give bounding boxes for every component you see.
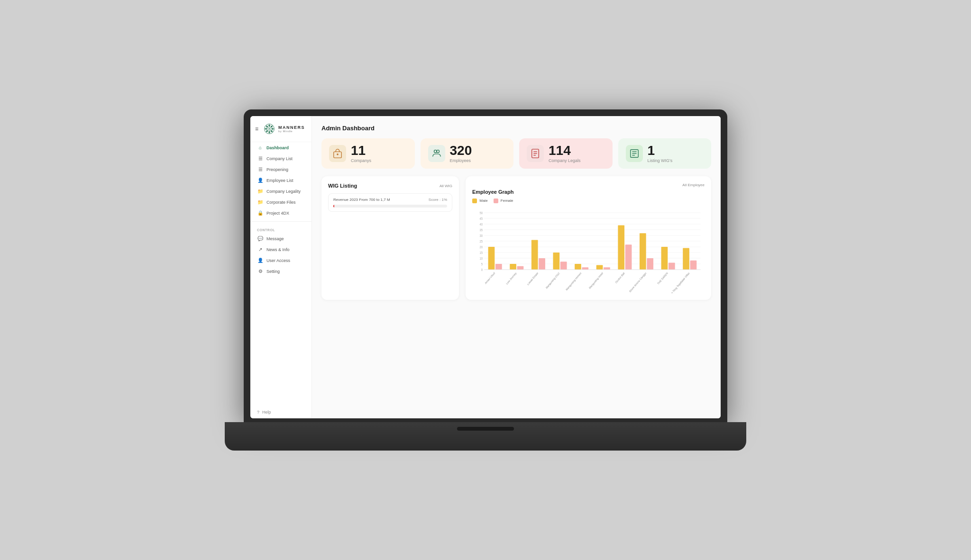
wig-progress-fill: [333, 205, 334, 208]
corporate-files-icon: 📁: [257, 199, 264, 205]
svg-rect-47: [495, 264, 502, 270]
company-legality-label: Company Legality: [266, 189, 301, 194]
svg-rect-59: [582, 267, 588, 270]
svg-text:Amavi Ubud: Amavi Ubud: [484, 271, 495, 285]
hamburger-icon[interactable]: ≡: [255, 126, 258, 132]
sidebar-item-company-legality[interactable]: 📁Company Legality: [250, 186, 311, 197]
svg-rect-58: [575, 264, 581, 270]
svg-rect-55: [553, 253, 559, 270]
svg-rect-61: [596, 265, 603, 270]
corporate-files-label: Corporate Files: [266, 200, 296, 205]
svg-rect-52: [531, 240, 538, 270]
svg-text:Lowak Estate: Lowak Estate: [527, 271, 539, 286]
sidebar-item-employee-list[interactable]: 👤Employee List: [250, 175, 311, 186]
svg-rect-64: [618, 225, 624, 270]
svg-point-15: [437, 150, 440, 153]
project-4dx-label: Project 4DX: [266, 211, 289, 216]
sidebar-item-preopening[interactable]: ☰Preopening: [250, 164, 311, 175]
news-info-label: News & Info: [266, 247, 290, 252]
sidebar-item-company-list[interactable]: ☰Company List: [250, 153, 311, 164]
stat-card-legals: 114 Company Legals: [519, 138, 613, 169]
stat-card-listings: 1 Listing WIG's: [618, 138, 712, 169]
bottom-row: WIG Listing All WIG Revenue 2023 From 70…: [321, 176, 711, 300]
sidebar-item-message[interactable]: 💬Message: [250, 233, 311, 244]
svg-point-10: [265, 128, 267, 130]
brand-logo-icon: [263, 123, 275, 135]
svg-rect-50: [517, 266, 524, 270]
svg-text:30: 30: [479, 234, 483, 238]
message-label: Message: [266, 236, 284, 241]
sidebar-item-dashboard[interactable]: ⌂Dashboard: [250, 142, 311, 153]
listings-stat-info: 1 Listing WIG's: [648, 144, 673, 163]
female-legend-label: Female: [501, 199, 513, 203]
all-employee-link[interactable]: All Employee: [472, 183, 705, 187]
svg-text:15: 15: [479, 251, 483, 255]
setting-label: Setting: [266, 269, 280, 274]
stat-card-companies: 11 Companys: [321, 138, 415, 169]
sidebar-item-setting[interactable]: ⚙Setting: [250, 266, 311, 277]
svg-text:Low Journey: Low Journey: [505, 271, 517, 285]
svg-text:Shore Amora Canggu: Shore Amora Canggu: [629, 271, 647, 293]
dashboard-icon: ⌂: [257, 145, 264, 150]
legals-stat-info: 114 Company Legals: [549, 144, 581, 163]
companies-stat-value: 11: [351, 144, 371, 157]
laptop-base: [225, 422, 746, 451]
user-access-icon: 👤: [257, 258, 264, 263]
legals-stat-label: Company Legals: [549, 158, 581, 163]
male-legend-label: Male: [479, 199, 487, 203]
wig-card-title: WIG Listing: [328, 183, 357, 189]
help-item[interactable]: ? Help: [250, 406, 311, 418]
company-legality-icon: 📁: [257, 189, 264, 194]
sidebar-item-user-access[interactable]: 👤User Access: [250, 255, 311, 266]
wig-progress-bar: [333, 205, 447, 208]
listings-stat-label: Listing WIG's: [648, 158, 673, 163]
employee-list-label: Employee List: [266, 178, 293, 183]
svg-rect-53: [539, 258, 545, 270]
employees-stat-info: 320 Employees: [450, 144, 472, 163]
preopening-label: Preopening: [266, 167, 288, 172]
svg-point-5: [270, 125, 273, 128]
control-section-label: Control: [250, 225, 311, 233]
company-list-icon: ☰: [257, 156, 264, 161]
listings-stat-icon: [626, 145, 643, 162]
svg-text:Mangunting OGC: Mangunting OGC: [545, 271, 560, 289]
stats-row: 11 Companys 320 Employees 114 Company Le…: [321, 138, 711, 169]
legals-stat-icon: [527, 145, 544, 162]
sidebar-item-project-4dx[interactable]: 🔒Project 4DX: [250, 208, 311, 218]
male-legend-dot: [472, 199, 477, 203]
help-label: Help: [262, 410, 271, 415]
svg-text:10: 10: [479, 257, 483, 261]
setting-icon: ⚙: [257, 269, 264, 274]
sidebar-item-news-info[interactable]: ↗News & Info: [250, 244, 311, 255]
chart-area: 05101520253035404550Amavi UbudLow Journe…: [472, 208, 705, 293]
svg-point-6: [271, 128, 274, 130]
svg-rect-68: [647, 258, 653, 270]
svg-point-4: [269, 124, 270, 126]
listings-stat-value: 1: [648, 144, 673, 157]
graph-title: Employee Graph: [472, 189, 705, 195]
wig-score: Score : 1%: [429, 198, 447, 202]
wig-item-label: Revenue 2023 From 700 to 1,7 M: [333, 198, 390, 202]
svg-rect-70: [661, 247, 668, 270]
page-title: Admin Dashboard: [321, 125, 711, 132]
svg-rect-73: [683, 248, 689, 270]
project-4dx-icon: 🔒: [257, 210, 264, 216]
wig-item: Revenue 2023 From 700 to 1,7 M Score : 1…: [328, 193, 452, 212]
svg-text:0: 0: [481, 268, 483, 272]
svg-point-3: [269, 128, 270, 130]
svg-text:5: 5: [481, 262, 483, 266]
svg-text:35: 35: [479, 228, 483, 232]
svg-point-7: [270, 130, 273, 133]
svg-point-14: [434, 150, 437, 153]
svg-rect-67: [640, 233, 646, 270]
logo-area: ≡: [250, 116, 311, 142]
main-content: Admin Dashboard 11 Companys 320 Employee…: [312, 116, 721, 418]
svg-text:25: 25: [479, 240, 483, 244]
sidebar-item-corporate-files[interactable]: 📁Corporate Files: [250, 197, 311, 208]
svg-text:20: 20: [479, 245, 483, 249]
employees-stat-value: 320: [450, 144, 472, 157]
user-access-label: User Access: [266, 258, 290, 263]
wig-all-link[interactable]: All WIG: [440, 184, 452, 188]
svg-rect-71: [669, 263, 675, 270]
svg-text:Mangunting Hotel: Mangunting Hotel: [588, 271, 604, 289]
